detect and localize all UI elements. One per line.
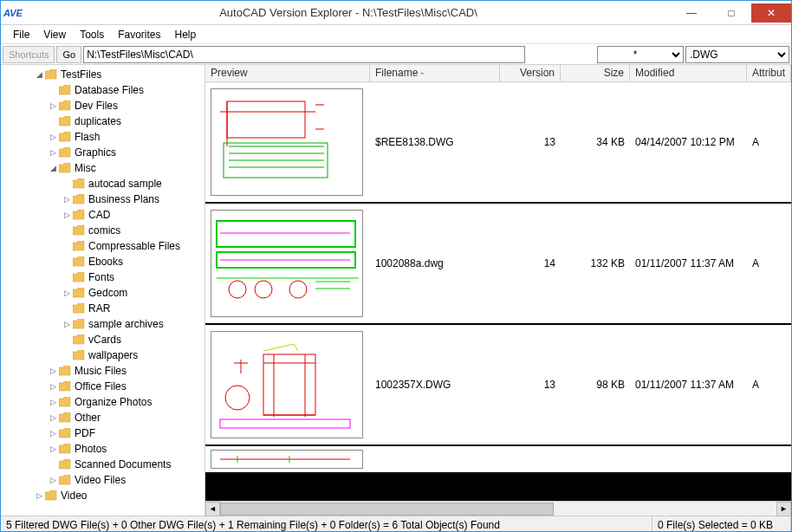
- tree-node[interactable]: ▷Gedcom: [1, 285, 204, 301]
- maximize-button[interactable]: □: [711, 3, 751, 23]
- folder-icon: [72, 271, 86, 283]
- table-row[interactable]: [205, 446, 791, 474]
- tree-node[interactable]: ▷Flash: [1, 129, 204, 145]
- svg-rect-0: [227, 101, 305, 138]
- menu-file[interactable]: File: [6, 27, 36, 42]
- col-size[interactable]: Size: [561, 65, 630, 81]
- tree-node[interactable]: ▷Video: [1, 488, 204, 503]
- tree-node[interactable]: RAR: [1, 301, 204, 316]
- shortcuts-button[interactable]: Shortcuts: [3, 46, 55, 63]
- col-preview[interactable]: Preview: [205, 65, 370, 81]
- expander-icon[interactable]: ▷: [62, 320, 72, 328]
- menu-favorites[interactable]: Favorites: [111, 27, 167, 42]
- minimize-button[interactable]: —: [672, 3, 711, 23]
- scroll-track[interactable]: [220, 502, 776, 516]
- table-row[interactable]: $REE8138.DWG1334 KB04/14/2007 10:12 PMA: [205, 82, 791, 204]
- menu-tools[interactable]: Tools: [73, 27, 111, 42]
- scroll-right-icon[interactable]: ►: [776, 502, 791, 516]
- tree-node[interactable]: Fonts: [1, 269, 204, 285]
- tree-node[interactable]: ▷Organize Photos: [1, 394, 204, 410]
- tree-node[interactable]: ▷Photos: [1, 441, 204, 457]
- cell-attributes: A: [747, 133, 791, 152]
- file-listview: Preview Filename^ Version Size Modified …: [205, 65, 791, 516]
- tree-node[interactable]: autocad sample: [1, 176, 204, 191]
- folder-icon: [72, 318, 86, 330]
- tree-node[interactable]: ◢TestFiles: [1, 67, 204, 82]
- tree-label: Music Files: [75, 365, 127, 377]
- menu-help[interactable]: Help: [168, 27, 204, 42]
- expander-icon[interactable]: ▷: [62, 195, 72, 204]
- expander-icon[interactable]: ▷: [48, 367, 58, 375]
- tree-node[interactable]: Scanned Documents: [1, 457, 204, 472]
- svg-rect-28: [220, 419, 350, 428]
- expander-icon[interactable]: ▷: [48, 413, 58, 422]
- tree-node[interactable]: vCards: [1, 332, 204, 347]
- tree-label: Business Plans: [88, 193, 159, 205]
- tree-node[interactable]: Compressable Files: [1, 238, 204, 254]
- tree-node[interactable]: ▷Office Files: [1, 379, 204, 394]
- tree-node[interactable]: ▷Video Files: [1, 472, 204, 488]
- folder-icon: [58, 146, 72, 159]
- col-filename[interactable]: Filename^: [370, 65, 500, 81]
- list-body[interactable]: $REE8138.DWG1334 KB04/14/2007 10:12 PMA1…: [205, 82, 791, 501]
- svg-rect-10: [217, 221, 355, 247]
- expander-icon[interactable]: ▷: [48, 429, 58, 438]
- menu-view[interactable]: View: [36, 27, 73, 42]
- expander-icon[interactable]: ▷: [34, 491, 44, 500]
- expander-icon[interactable]: ▷: [62, 289, 72, 297]
- tree-label: Video Files: [75, 474, 126, 486]
- col-modified[interactable]: Modified: [630, 65, 747, 81]
- scroll-left-icon[interactable]: ◄: [205, 502, 220, 516]
- horizontal-scrollbar[interactable]: ◄ ►: [205, 501, 791, 516]
- filter-extension-select[interactable]: .DWG: [685, 46, 789, 63]
- expander-icon[interactable]: ▷: [48, 476, 58, 484]
- table-row[interactable]: 1002088a.dwg14132 KB01/11/2007 11:37 AMA: [205, 204, 791, 325]
- folder-icon: [72, 302, 86, 315]
- svg-point-16: [289, 281, 307, 298]
- go-button[interactable]: Go: [56, 46, 81, 63]
- expander-icon[interactable]: ▷: [48, 398, 58, 406]
- expander-icon[interactable]: ▷: [48, 444, 58, 453]
- expander-icon[interactable]: ▷: [48, 133, 58, 141]
- tree-node[interactable]: wallpapers: [1, 347, 204, 363]
- folder-tree[interactable]: ◢TestFilesDatabase Files▷Dev Filesduplic…: [1, 65, 205, 516]
- expander-icon[interactable]: ▷: [48, 101, 58, 110]
- filter-wildcard-select[interactable]: *: [597, 46, 684, 63]
- expander-icon[interactable]: ◢: [34, 70, 44, 79]
- cell-size: 98 KB: [561, 375, 630, 394]
- cell-attributes: A: [747, 254, 791, 273]
- close-button[interactable]: ✕: [751, 3, 791, 23]
- col-attributes[interactable]: Attribut: [747, 65, 791, 81]
- tree-node[interactable]: ▷Dev Files: [1, 98, 204, 114]
- tree-node[interactable]: ▷Music Files: [1, 363, 204, 379]
- col-version[interactable]: Version: [500, 65, 561, 81]
- tree-node[interactable]: ▷Business Plans: [1, 191, 204, 207]
- expander-icon[interactable]: ◢: [48, 164, 58, 172]
- tree-node[interactable]: Database Files: [1, 82, 204, 98]
- folder-icon: [58, 396, 72, 408]
- path-input[interactable]: [83, 46, 525, 63]
- tree-node[interactable]: ◢Misc: [1, 160, 204, 176]
- svg-point-25: [225, 386, 250, 410]
- expander-icon[interactable]: ▷: [48, 382, 58, 391]
- cell-modified: 04/14/2007 10:12 PM: [630, 133, 747, 152]
- expander-icon[interactable]: ▷: [62, 211, 72, 219]
- expander-icon[interactable]: ▷: [48, 148, 58, 157]
- tree-node[interactable]: duplicates: [1, 114, 204, 129]
- cell-size: 132 KB: [561, 254, 630, 273]
- folder-icon: [58, 458, 72, 470]
- folder-icon: [58, 427, 72, 439]
- cell-preview: [205, 206, 370, 321]
- table-row[interactable]: 1002357X.DWG1398 KB01/11/2007 11:37 AMA: [205, 325, 791, 446]
- folder-icon: [58, 84, 72, 96]
- tree-node[interactable]: ▷Graphics: [1, 145, 204, 160]
- list-header: Preview Filename^ Version Size Modified …: [205, 65, 791, 82]
- tree-node[interactable]: ▷Other: [1, 410, 204, 425]
- tree-node[interactable]: ▷PDF: [1, 425, 204, 441]
- scroll-thumb[interactable]: [220, 503, 554, 516]
- tree-node[interactable]: ▷sample archives: [1, 316, 204, 332]
- tree-label: Ebooks: [88, 256, 123, 268]
- tree-node[interactable]: ▷CAD: [1, 207, 204, 223]
- tree-node[interactable]: Ebooks: [1, 254, 204, 269]
- tree-node[interactable]: comics: [1, 223, 204, 238]
